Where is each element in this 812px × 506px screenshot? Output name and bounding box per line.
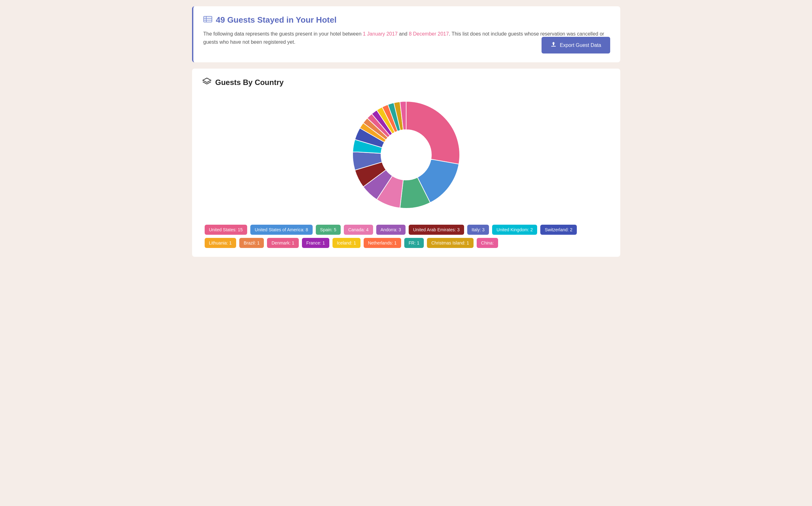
legend-badge: Denmark: 1 [267,238,298,248]
legend-badge: United Kingdom: 2 [492,225,537,235]
page-title: 49 Guests Stayed in Your Hotel [216,15,337,25]
desc-prefix: The following data represents the guests… [203,31,363,36]
legend-badge: Spain: 5 [316,225,341,235]
legend-badge: United Arab Emirates: 3 [409,225,464,235]
legend-badge: United States: 15 [205,225,247,235]
country-section-title: Guests By Country [215,78,284,87]
legend-badge: Switzerland: 2 [540,225,577,235]
legend-badge: Canada: 4 [344,225,373,235]
upload-icon [550,41,557,49]
header-card: 49 Guests Stayed in Your Hotel The follo… [192,6,620,62]
legend-badge: FR: 1 [404,238,424,248]
card-title-row: 49 Guests Stayed in Your Hotel [203,15,610,25]
desc-middle: and [398,31,409,36]
legend-badge: France: 1 [302,238,329,248]
legend-badge: Lithuania: 1 [205,238,236,248]
legend-badge: Christmas Island: 1 [427,238,473,248]
legend-badge: Brazil: 1 [239,238,264,248]
date-end: 8 December 2017 [409,31,449,36]
legend-badge: Andorra: 3 [376,225,405,235]
export-button[interactable]: Export Guest Data [541,37,610,54]
table-icon [203,15,212,25]
legend-row: United States: 15United States of Americ… [202,225,610,248]
layers-icon [202,77,212,87]
donut-chart-container [202,95,610,215]
legend-badge: Netherlands: 1 [364,238,401,248]
svg-rect-0 [204,16,212,22]
svg-point-4 [381,130,431,180]
legend-badge: China: [477,238,498,248]
country-title-row: Guests By Country [202,77,610,87]
country-card: Guests By Country United States: 15Unite… [192,69,620,257]
export-label: Export Guest Data [560,43,601,48]
legend-badge: Iceland: 1 [333,238,361,248]
legend-badge: United States of America: 8 [250,225,313,235]
legend-badge: Italy: 3 [467,225,489,235]
date-start: 1 January 2017 [363,31,397,36]
donut-chart [346,95,466,215]
